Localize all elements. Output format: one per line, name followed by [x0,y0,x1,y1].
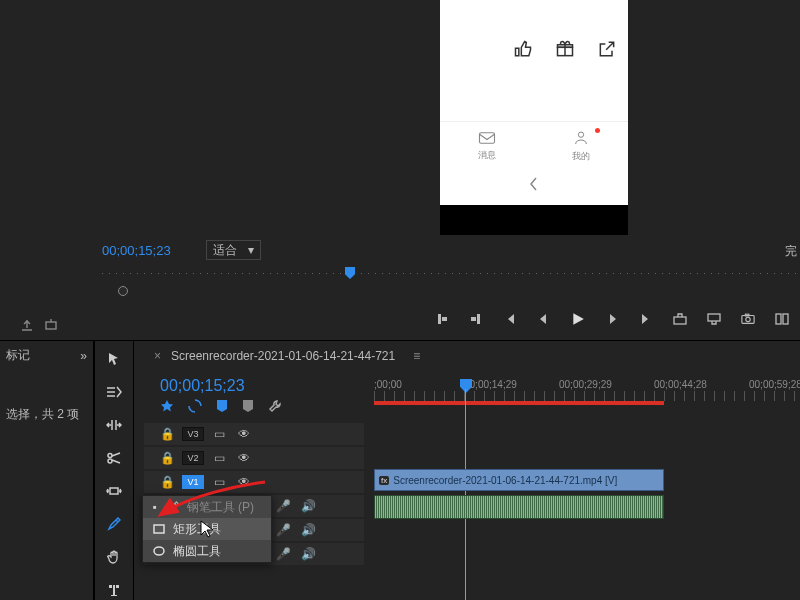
svg-rect-3 [674,317,686,324]
add-marker-icon[interactable] [216,399,228,413]
go-to-in-button[interactable] [502,311,518,327]
eye-icon[interactable]: 👁 [238,451,252,465]
program-playhead[interactable] [345,267,355,279]
phone-tab-bar: 消息 我的 [440,121,628,171]
razor-tool[interactable] [103,448,125,469]
lock-icon[interactable]: 🔒 [160,427,172,441]
flyout-label: 椭圆工具 [173,543,221,560]
svg-point-2 [578,132,583,137]
type-tool[interactable] [103,579,125,600]
flyout-ellipse-tool[interactable]: 椭圆工具 [143,540,271,562]
render-bar-red [374,401,664,405]
timeline-timecode[interactable]: 00;00;15;23 [160,377,245,395]
phone-tab-label: 我的 [572,150,590,163]
svg-point-12 [108,459,112,463]
zoom-fit-dropdown[interactable]: 适合 ▾ [206,240,261,260]
timeline-settings-icon[interactable] [242,399,254,413]
markers-title: 标记 [6,347,30,364]
markers-panel: 标记 » 选择，共 2 项 [0,341,94,600]
step-back-button[interactable] [536,311,552,327]
selection-tool[interactable] [103,349,125,370]
svg-point-11 [108,454,112,458]
preview-frame: 消息 我的 [440,0,628,235]
phone-tab-label: 消息 [478,149,496,162]
ruler-label: 00;00;29;29 [559,379,612,390]
timeline-ruler[interactable]: ;00;00 00;00;14;29 00;00;29;29 00;00;44;… [374,379,800,409]
lift-button[interactable] [672,311,688,327]
notification-dot-icon [595,128,600,133]
quality-label: 完 [785,243,797,260]
hand-tool[interactable] [103,546,125,567]
phone-tab-messages: 消息 [440,122,534,171]
chevron-left-icon [529,177,539,191]
close-tab-icon[interactable]: × [154,349,161,363]
wrench-icon[interactable] [268,399,282,413]
export-frame-button[interactable] [740,311,756,327]
dropdown-label: 适合 [213,242,237,259]
mark-in-button[interactable] [434,311,450,327]
ruler-label: ;00;00 [374,379,402,390]
sync-lock-icon[interactable]: ▭ [214,427,228,441]
voice-over-icon[interactable]: 🎤 [276,547,291,561]
svg-rect-9 [783,314,788,324]
comparison-view-button[interactable] [774,311,790,327]
track-tag[interactable]: V3 [182,427,204,441]
video-clip[interactable]: fx Screenrecorder-2021-01-06-14-21-44-72… [374,469,664,491]
eye-icon[interactable]: 👁 [238,475,252,489]
sequence-tab[interactable]: × Screenrecorder-2021-01-06-14-21-44-721… [154,349,420,363]
svg-rect-1 [480,133,495,144]
insert-icon[interactable] [20,318,34,332]
clip-label: Screenrecorder-2021-01-06-14-21-44-721.m… [393,475,617,486]
svg-rect-13 [110,488,118,494]
track-v2-header[interactable]: 🔒V2▭👁 [144,447,364,469]
play-button[interactable] [570,311,586,327]
voice-over-icon[interactable]: 🎤 [276,499,291,513]
speaker-icon[interactable]: 🔊 [301,547,316,561]
track-select-tool[interactable] [103,382,125,403]
sync-lock-icon[interactable]: ▭ [214,475,228,489]
audio-clip[interactable] [374,495,664,519]
program-monitor: 消息 我的 00;00;15;23 适合 ▾ 完 [0,0,800,260]
chevron-down-icon: ▾ [248,243,254,257]
lock-icon[interactable]: 🔒 [160,451,172,465]
track-tag[interactable]: V1 [182,475,204,489]
step-forward-button[interactable] [604,311,620,327]
scrub-handle[interactable] [118,286,128,296]
voice-over-icon[interactable]: 🎤 [276,523,291,537]
preview-content: 消息 我的 [440,0,628,205]
track-v1-header[interactable]: 🔒V1▭👁 [144,471,364,493]
extract-button[interactable] [706,311,722,327]
tool-column [94,341,134,600]
program-timecode[interactable]: 00;00;15;23 [102,243,171,258]
speaker-icon[interactable]: 🔊 [301,523,316,537]
phone-back-row [440,173,628,195]
flyout-pen-tool[interactable]: 钢笔工具 (P) [143,496,271,518]
panel-menu-icon[interactable]: ≡ [413,349,420,363]
slip-tool[interactable] [103,481,125,502]
transport-controls [352,308,790,330]
sync-lock-icon[interactable]: ▭ [214,451,228,465]
svg-rect-5 [742,316,754,324]
ripple-edit-tool[interactable] [103,415,125,436]
expand-button[interactable]: » [80,349,87,363]
linked-selection-icon[interactable] [188,399,202,413]
selection-info: 选择，共 2 项 [6,406,87,423]
overwrite-icon[interactable] [44,318,58,332]
go-to-out-button[interactable] [638,311,654,327]
pen-tool[interactable] [103,513,125,534]
eye-icon[interactable]: 👁 [238,427,252,441]
waveform [375,496,663,518]
mark-out-button[interactable] [468,311,484,327]
svg-point-6 [746,317,750,321]
phone-tab-mine: 我的 [534,122,628,171]
track-tag[interactable]: V2 [182,451,204,465]
snap-icon[interactable] [160,399,174,413]
ruler-label: 00;00;59;28 [749,379,800,390]
program-ruler[interactable] [102,267,800,287]
speaker-icon[interactable]: 🔊 [301,499,316,513]
lock-icon[interactable]: 🔒 [160,475,172,489]
fx-badge: fx [379,476,389,485]
track-v3-header[interactable]: 🔒V3▭👁 [144,423,364,445]
svg-rect-4 [708,314,720,321]
gift-icon [554,38,576,60]
